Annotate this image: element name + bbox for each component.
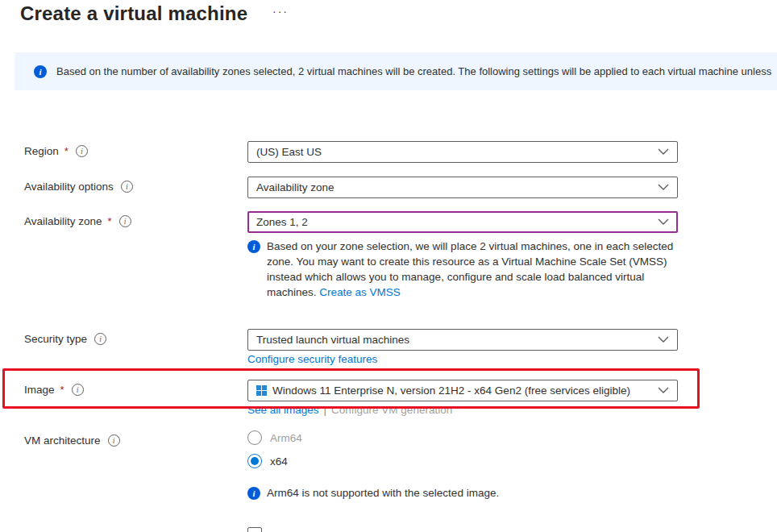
image-label-text: Image [24,384,55,396]
page-title: Create a virtual machine [20,2,247,25]
chevron-down-icon [658,218,669,226]
region-row: Region* i (US) East US [24,141,678,163]
image-dropdown-value: Windows 11 Enterprise N, version 21H2 - … [272,384,651,397]
image-row: Image* i Windows 11 Enterprise N, versio… [24,380,678,401]
vm-architecture-options: Arm64 x64 [247,430,302,477]
image-links: See all images|Configure VM generation [247,404,452,416]
configure-security-features-link[interactable]: Configure security features [247,353,377,365]
arch-info-text: Arm64 is not supported with the selected… [267,485,499,501]
vm-architecture-label-text: VM architecture [24,434,101,447]
region-label-text: Region [24,145,59,157]
region-tooltip-icon[interactable]: i [76,145,88,157]
availability-options-dropdown[interactable]: Availability zone [247,177,678,198]
required-asterisk: * [60,384,64,396]
availability-zone-row: Availability zone* i Zones 1, 2 [24,211,678,233]
banner-text: Based on the number of availability zone… [56,65,771,77]
availability-zone-label: Availability zone* i [24,211,247,227]
configure-vm-generation-link: Configure VM generation [331,404,452,416]
availability-zone-dropdown-value: Zones 1, 2 [256,216,651,228]
region-dropdown[interactable]: (US) East US [247,141,678,163]
info-icon: i [34,65,47,78]
create-as-vmss-link[interactable]: Create as VMSS [319,286,401,298]
x64-radio[interactable] [247,454,262,468]
availability-options-label: Availability options i [24,177,247,193]
arch-info-note: i Arm64 is not supported with the select… [247,485,689,501]
info-banner: i Based on the number of availability zo… [15,52,777,90]
x64-radio-label: x64 [270,455,288,468]
checkbox[interactable] [247,527,262,532]
region-dropdown-value: (US) East US [256,146,651,158]
availability-options-label-text: Availability options [24,181,114,193]
image-tooltip-icon[interactable]: i [72,384,84,396]
chevron-down-icon [658,387,669,394]
chevron-down-icon [658,184,669,191]
security-type-row: Security type i Trusted launch virtual m… [24,329,678,351]
info-icon: i [247,240,260,253]
security-type-label-text: Security type [24,333,87,345]
availability-options-dropdown-value: Availability zone [256,181,651,193]
more-menu-button[interactable]: ··· [272,5,289,18]
security-type-label: Security type i [24,329,247,345]
chevron-down-icon [658,336,669,343]
image-dropdown[interactable]: Windows 11 Enterprise N, version 21H2 - … [247,380,678,401]
required-asterisk: * [108,215,112,227]
zone-note-text: Based on your zone selection, we will pl… [267,239,689,300]
zone-note: i Based on your zone selection, we will … [247,239,689,300]
link-separator: | [324,404,327,416]
windows-logo-icon [256,385,267,396]
radio-option-x64: x64 [247,454,302,468]
arm64-radio[interactable] [247,430,262,445]
region-label: Region* i [24,141,247,157]
availability-options-row: Availability options i Availability zone [24,177,678,198]
security-type-dropdown-value: Trusted launch virtual machines [256,334,651,346]
availability-zone-tooltip-icon[interactable]: i [119,215,131,227]
vm-architecture-row: VM architecture i Arm64 x64 [24,430,302,477]
required-asterisk: * [64,145,69,157]
availability-zone-label-text: Availability zone [24,215,102,227]
image-label: Image* i [24,380,247,396]
security-type-tooltip-icon[interactable]: i [94,333,106,345]
availability-options-tooltip-icon[interactable]: i [121,181,133,193]
radio-option-arm64: Arm64 [247,430,302,445]
chevron-down-icon [658,148,669,156]
availability-zone-dropdown[interactable]: Zones 1, 2 [247,211,678,233]
security-type-dropdown[interactable]: Trusted launch virtual machines [247,329,678,351]
see-all-images-link[interactable]: See all images [247,404,319,416]
info-icon: i [247,487,260,500]
vm-architecture-label: VM architecture i [24,430,247,447]
vm-architecture-tooltip-icon[interactable]: i [108,434,120,447]
arm64-radio-label: Arm64 [270,432,302,444]
